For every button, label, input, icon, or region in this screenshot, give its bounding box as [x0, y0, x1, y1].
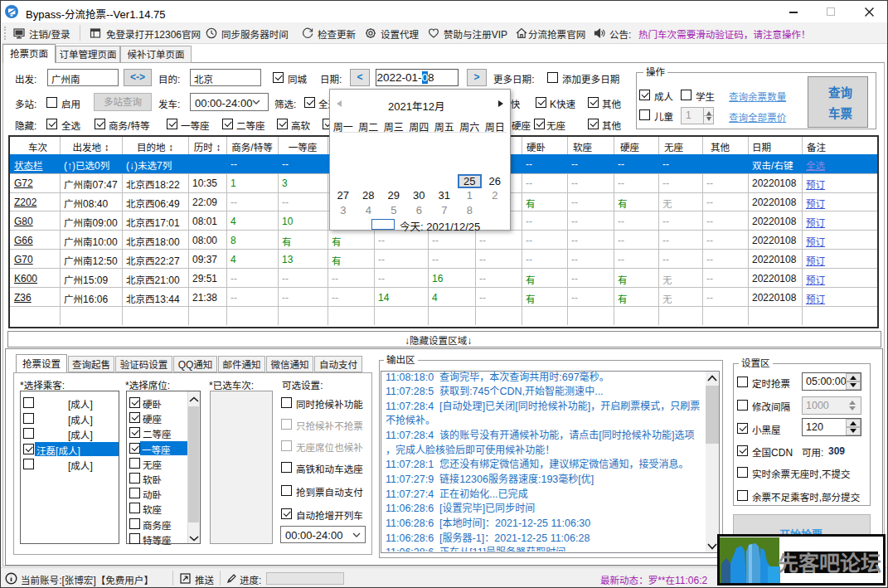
svg-text:先客吧论坛: 先客吧论坛	[778, 547, 881, 576]
